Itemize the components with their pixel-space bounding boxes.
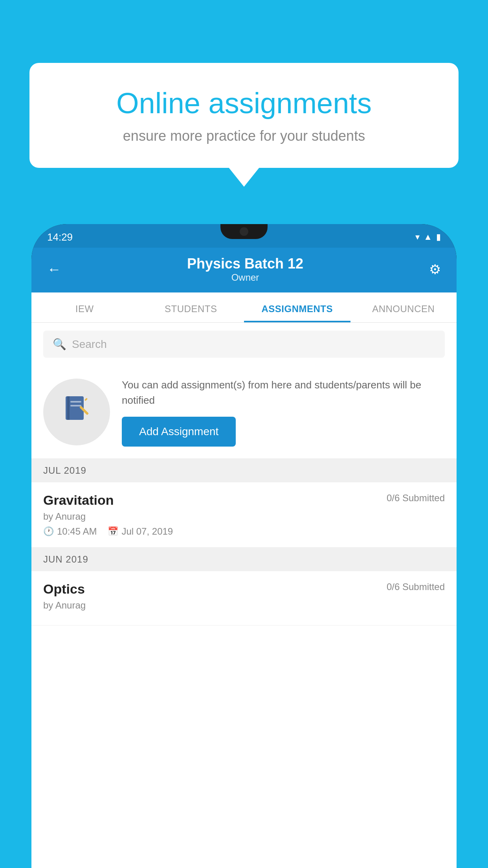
phone-camera — [240, 227, 248, 236]
assignment-meta-gravitation: 🕐 10:45 AM 📅 Jul 07, 2019 — [43, 526, 445, 537]
header-center: Physics Batch 12 Owner — [187, 256, 303, 283]
assignment-item-optics[interactable]: Optics 0/6 Submitted by Anurag — [31, 571, 457, 625]
status-time: 14:29 — [47, 231, 73, 243]
svg-rect-5 — [84, 398, 88, 401]
assignment-item-top-optics: Optics 0/6 Submitted — [43, 581, 445, 597]
settings-icon[interactable]: ⚙ — [429, 261, 441, 277]
assignment-icon-circle — [43, 379, 110, 445]
search-icon: 🔍 — [53, 338, 66, 351]
clock-icon: 🕐 — [43, 526, 54, 537]
assignment-prompt-right: You can add assignment(s) from here and … — [122, 377, 445, 447]
signal-icon: ▲ — [424, 232, 432, 242]
app-header: ← Physics Batch 12 Owner ⚙ — [31, 248, 457, 292]
svg-rect-3 — [70, 405, 81, 406]
header-subtitle: Owner — [187, 272, 303, 283]
notebook-svg — [61, 393, 92, 425]
calendar-icon: 📅 — [108, 526, 118, 537]
assignment-prompt: You can add assignment(s) from here and … — [31, 366, 457, 459]
speech-bubble-title: Online assignments — [57, 86, 431, 120]
section-header-jul: JUL 2019 — [31, 459, 457, 482]
assignment-name-optics: Optics — [43, 581, 85, 597]
assignment-icon — [61, 393, 92, 431]
header-title: Physics Batch 12 — [187, 256, 303, 272]
tab-assignments[interactable]: ASSIGNMENTS — [244, 292, 350, 322]
search-bar: 🔍 Search — [31, 323, 457, 366]
tab-announcements[interactable]: ANNOUNCEN — [350, 292, 457, 322]
assignment-by-optics: by Anurag — [43, 600, 445, 611]
add-assignment-button[interactable]: Add Assignment — [122, 417, 236, 447]
svg-rect-1 — [67, 396, 70, 420]
tab-iew[interactable]: IEW — [31, 292, 138, 322]
assignment-time-gravitation: 🕐 10:45 AM — [43, 526, 97, 537]
phone-content: 🔍 Search Y — [31, 323, 457, 868]
assignment-submitted-gravitation: 0/6 Submitted — [387, 493, 445, 504]
assignment-submitted-optics: 0/6 Submitted — [387, 581, 445, 592]
wifi-icon: ▾ — [415, 232, 420, 242]
speech-bubble-subtitle: ensure more practice for your students — [57, 128, 431, 144]
assignment-date-gravitation: 📅 Jul 07, 2019 — [108, 526, 173, 537]
search-input-wrap[interactable]: 🔍 Search — [43, 331, 445, 358]
battery-icon: ▮ — [436, 232, 441, 242]
assignment-name-gravitation: Gravitation — [43, 493, 114, 508]
speech-bubble: Online assignments ensure more practice … — [29, 63, 459, 168]
section-header-jun: JUN 2019 — [31, 548, 457, 571]
speech-bubble-container: Online assignments ensure more practice … — [29, 63, 459, 168]
assignment-item-gravitation[interactable]: Gravitation 0/6 Submitted by Anurag 🕐 10… — [31, 482, 457, 548]
svg-rect-2 — [70, 401, 81, 403]
phone-frame: 14:29 ▾ ▲ ▮ ← Physics Batch 12 Owner ⚙ I… — [31, 224, 457, 868]
back-button[interactable]: ← — [47, 261, 61, 278]
assignment-prompt-text: You can add assignment(s) from here and … — [122, 377, 445, 408]
assignment-item-top: Gravitation 0/6 Submitted — [43, 493, 445, 508]
assignment-by-gravitation: by Anurag — [43, 511, 445, 522]
search-placeholder-text: Search — [72, 338, 107, 351]
tab-students[interactable]: STUDENTS — [138, 292, 244, 322]
tabs-bar: IEW STUDENTS ASSIGNMENTS ANNOUNCEN — [31, 292, 457, 323]
phone-notch — [220, 224, 268, 239]
status-icons: ▾ ▲ ▮ — [415, 232, 441, 242]
